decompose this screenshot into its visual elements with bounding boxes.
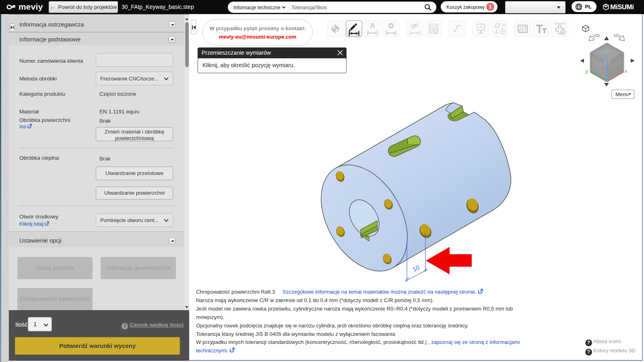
svg-text:A: A xyxy=(370,22,375,30)
svg-text:x: x xyxy=(624,68,627,74)
svg-text:10: 10 xyxy=(411,264,421,273)
svg-text:123: 123 xyxy=(519,25,526,30)
svg-text:y: y xyxy=(585,68,588,74)
svg-text:6VIEWS: 6VIEWS xyxy=(554,22,565,25)
svg-text:z: z xyxy=(605,56,608,62)
svg-text:A: A xyxy=(479,24,483,30)
